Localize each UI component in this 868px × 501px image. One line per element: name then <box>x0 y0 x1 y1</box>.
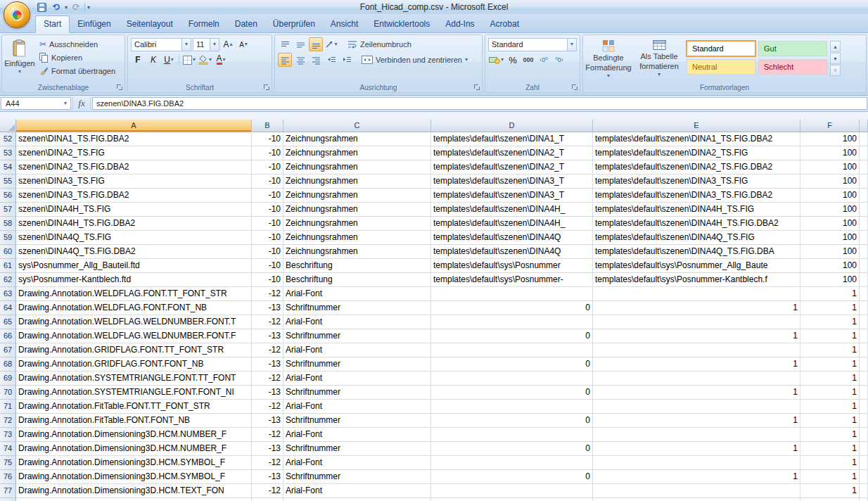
cell-D77[interactable] <box>431 484 593 498</box>
cell-F63[interactable]: 1 <box>800 287 860 301</box>
cell-partial-54[interactable] <box>860 160 868 175</box>
cell-F71[interactable]: 1 <box>800 400 860 414</box>
cell-C61[interactable]: Beschriftung <box>283 259 431 273</box>
row-header-54[interactable]: 54 <box>0 160 16 175</box>
row-header-76[interactable]: 76 <box>0 470 16 484</box>
font-color-dropdown-icon[interactable]: ▾ <box>223 57 226 63</box>
row-header-53[interactable]: 53 <box>0 146 16 160</box>
cell-partial-74[interactable] <box>860 442 868 456</box>
cell-C68[interactable]: Schriftnummer <box>283 357 431 372</box>
cell-A69[interactable]: Drawing.Annotation.SYSTEMTRIANGLE.FONT.T… <box>16 372 252 386</box>
cell-D60[interactable]: templates\default\szenen\DINA4Q <box>431 245 593 259</box>
comma-style-button[interactable]: 000 <box>521 53 535 67</box>
row-header-67[interactable]: 67 <box>0 343 16 357</box>
cell-F62[interactable]: 100 <box>800 273 860 287</box>
font-color-button[interactable]: A ▾ <box>214 53 228 67</box>
cell-C57[interactable]: Zeichnungsrahmen <box>283 203 431 217</box>
number-dialog-launcher-icon[interactable] <box>571 84 578 91</box>
cell-B57[interactable]: -10 <box>252 203 283 217</box>
cell-B61[interactable]: -10 <box>252 259 283 273</box>
cell-B58[interactable]: -10 <box>252 217 283 231</box>
cell-D68[interactable]: 0 <box>431 357 593 372</box>
cell-A73[interactable]: Drawing.Annotation.Dimensioning3D.HCM.NU… <box>16 428 252 442</box>
row-header-62[interactable]: 62 <box>0 273 16 287</box>
cell-D72[interactable]: 0 <box>431 414 593 428</box>
cell-partial-69[interactable] <box>860 372 868 386</box>
cell-E54[interactable]: templates\default\szenen\DINA2_TS.FIG.DB… <box>593 160 800 175</box>
formula-input[interactable]: szenen\DINA3.FIG.DBA2 <box>92 97 867 110</box>
cell-E58[interactable]: templates\default\szenen\DINA4H_TS.FIG.D… <box>593 217 800 231</box>
row-header-69[interactable]: 69 <box>0 372 16 386</box>
align-right-button[interactable] <box>309 53 323 67</box>
cell-B70[interactable]: -13 <box>252 386 283 400</box>
cell-D56[interactable]: templates\default\szenen\DINA3_T <box>431 189 593 203</box>
cell-F67[interactable]: 1 <box>800 343 860 357</box>
fill-color-button[interactable]: ▾ <box>198 53 212 67</box>
name-box[interactable]: A44 ▾ <box>1 97 71 110</box>
increase-decimal-button[interactable]: ‹0⁰ <box>537 53 551 67</box>
cell-D55[interactable]: templates\default\szenen\DINA3_T <box>431 175 593 189</box>
cell-B72[interactable]: -13 <box>252 414 283 428</box>
column-header-B[interactable]: B <box>252 120 283 132</box>
cell-partial-77[interactable] <box>860 484 868 498</box>
cell-F75[interactable]: 1 <box>800 456 860 470</box>
cell-B56[interactable]: -10 <box>252 189 283 203</box>
cell-D74[interactable]: 0 <box>431 442 593 456</box>
row-header-52[interactable]: 52 <box>0 132 16 146</box>
cell-C58[interactable]: Zeichnungsrahmen <box>283 217 431 231</box>
font-size-dropdown-icon[interactable]: ▾ <box>210 39 219 51</box>
cell-C75[interactable]: Arial-Font <box>283 456 431 470</box>
number-format-select[interactable]: Standard ▾ <box>488 38 577 51</box>
cell-C52[interactable]: Zeichnungsrahmen <box>283 132 431 146</box>
cell-E68[interactable]: 1 <box>593 357 800 372</box>
cell-partial-58[interactable] <box>860 217 868 231</box>
cell-C53[interactable]: Zeichnungsrahmen <box>283 146 431 160</box>
cell-C62[interactable]: Beschriftung <box>283 273 431 287</box>
cell-partial-71[interactable] <box>860 400 868 414</box>
copy-button[interactable]: Kopieren <box>37 51 117 64</box>
cell-D53[interactable]: templates\default\szenen\DINA2_T <box>431 146 593 160</box>
cell-E59[interactable]: templates\default\szenen\DINA4Q_TS.FIG <box>593 231 800 245</box>
tab-seitenlayout[interactable]: Seitenlayout <box>119 16 181 32</box>
cell-E74[interactable]: 1 <box>593 442 800 456</box>
cell-partial-56[interactable] <box>860 189 868 203</box>
style-chip-gut[interactable]: Gut <box>758 41 827 56</box>
row-header-65[interactable]: 65 <box>0 315 16 329</box>
cell-partial-62[interactable] <box>860 273 868 287</box>
style-chip-schlecht[interactable]: Schlecht <box>758 59 827 75</box>
cell-E66[interactable]: 1 <box>593 329 800 343</box>
format-as-table-button[interactable]: Als Tabelle formatieren ▾ <box>634 37 684 79</box>
row-header-63[interactable]: 63 <box>0 287 16 301</box>
cell-partial-75[interactable] <box>860 456 868 470</box>
cell-B73[interactable]: -12 <box>252 428 283 442</box>
align-top-button[interactable] <box>278 37 292 51</box>
cell-D52[interactable]: templates\default\szenen\DINA1_T <box>431 132 593 146</box>
cell-A76[interactable]: Drawing.Annotation.Dimensioning3D.HCM.SY… <box>16 470 252 484</box>
cell-A74[interactable]: Drawing.Annotation.Dimensioning3D.HCM.NU… <box>16 442 252 456</box>
cell-partial-64[interactable] <box>860 301 868 315</box>
row-header-61[interactable]: 61 <box>0 259 16 273</box>
cell-E53[interactable]: templates\default\szenen\DINA2_TS.FIG <box>593 146 800 160</box>
cell-partial-61[interactable] <box>860 259 868 273</box>
cell-A63[interactable]: Drawing.Annotation.WELDFLAG.FONT.TT_FONT… <box>16 287 252 301</box>
cell-F70[interactable]: 1 <box>800 386 860 400</box>
conditional-formatting-button[interactable]: Bedingte Formatierung ▾ <box>585 37 632 80</box>
cell-C59[interactable]: Zeichnungsrahmen <box>283 231 431 245</box>
cell-A72[interactable]: Drawing.Annotation.FitTable.FONT.FONT_NB <box>16 414 252 428</box>
cell-partial-67[interactable] <box>860 343 868 357</box>
accounting-format-button[interactable]: ▾ <box>488 53 504 67</box>
cell-partial-72[interactable] <box>860 414 868 428</box>
cell-C56[interactable]: Zeichnungsrahmen <box>283 189 431 203</box>
font-dialog-launcher-icon[interactable] <box>263 84 270 91</box>
decrease-indent-button[interactable] <box>324 53 338 67</box>
underline-button[interactable]: U▾ <box>162 53 176 67</box>
cell-A70[interactable]: Drawing.Annotation.SYSTEMTRIANGLE.FONT.F… <box>16 386 252 400</box>
cell-A64[interactable]: Drawing.Annotation.WELDFLAG.FONT.FONT_NB <box>16 301 252 315</box>
cell-B68[interactable]: -13 <box>252 357 283 372</box>
cell-D61[interactable]: templates\default\sys\Posnummer <box>431 259 593 273</box>
style-chip-neutral[interactable]: Neutral <box>687 59 755 75</box>
cell-D57[interactable]: templates\default\szenen\DINA4H_ <box>431 203 593 217</box>
cell-partial-70[interactable] <box>860 386 868 400</box>
cell-F61[interactable]: 100 <box>800 259 860 273</box>
cell-D64[interactable]: 0 <box>431 301 593 315</box>
